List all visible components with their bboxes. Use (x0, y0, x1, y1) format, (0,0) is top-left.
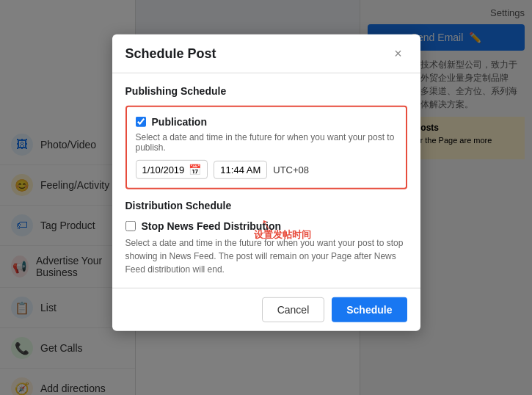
publication-checkbox-row: Publication (136, 116, 397, 128)
publication-label: Publication (152, 116, 207, 128)
timezone-label: UTC+08 (273, 164, 309, 175)
cancel-button[interactable]: Cancel (262, 297, 325, 322)
publication-box: Publication Select a date and time in th… (125, 106, 407, 189)
datetime-row: 1/10/2019 📅 11:44 AM UTC+08 (136, 160, 397, 179)
modal-footer: Cancel Schedule (112, 288, 420, 331)
schedule-button[interactable]: Schedule (332, 297, 407, 322)
date-value: 1/10/2019 (142, 164, 185, 175)
publishing-schedule-title: Publishing Schedule (125, 85, 407, 97)
stop-news-feed-desc: Select a date and time in the future for… (125, 236, 407, 276)
time-input[interactable]: 11:44 AM (214, 160, 267, 178)
date-input[interactable]: 1/10/2019 📅 (136, 160, 208, 179)
distribution-schedule-title: Distribution Schedule (125, 200, 407, 211)
stop-news-feed-checkbox[interactable] (125, 221, 136, 231)
modal-body: Publishing Schedule Publication Select a… (112, 73, 420, 288)
modal-title: Schedule Post (125, 46, 216, 61)
modal-close-button[interactable]: × (390, 45, 407, 62)
publication-checkbox[interactable] (136, 117, 146, 127)
calendar-icon[interactable]: 📅 (189, 164, 201, 175)
modal-header: Schedule Post × (112, 35, 420, 73)
time-value: 11:44 AM (220, 164, 260, 175)
annotation-text: 设置发帖时间 (254, 228, 311, 242)
publication-desc: Select a date and time in the future for… (136, 132, 397, 153)
schedule-post-modal: Schedule Post × Publishing Schedule Publ… (112, 35, 420, 331)
